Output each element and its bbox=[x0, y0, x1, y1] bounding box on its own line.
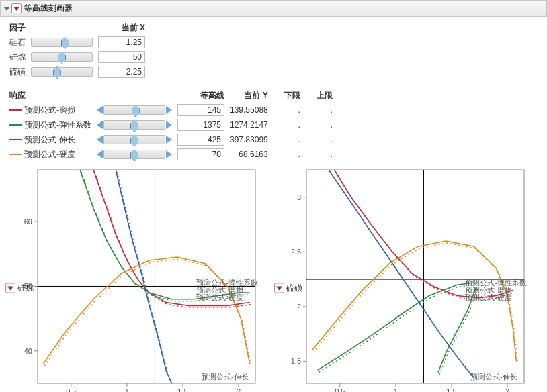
currenty-value: 397.83099 bbox=[227, 132, 271, 147]
currenty-value: 68.6163 bbox=[227, 147, 271, 162]
response-name: 预测公式-弹性系数 bbox=[7, 117, 94, 132]
svg-text:2: 2 bbox=[505, 387, 509, 392]
contour-value[interactable]: 425 bbox=[177, 134, 224, 146]
svg-text:0.5: 0.5 bbox=[66, 387, 76, 392]
svg-text:1: 1 bbox=[394, 387, 398, 392]
currenty-header: 当前 Y bbox=[227, 89, 271, 103]
contour-header: 等高线 bbox=[175, 89, 227, 103]
response-slider[interactable] bbox=[103, 150, 165, 159]
slider-dec-icon[interactable] bbox=[97, 121, 103, 129]
slider-dec-icon[interactable] bbox=[97, 106, 103, 114]
factor-value[interactable]: 1.25 bbox=[98, 36, 145, 48]
svg-text:1.5: 1.5 bbox=[291, 357, 301, 365]
color-swatch-icon bbox=[9, 124, 22, 126]
svg-text:预测公式-伸长: 预测公式-伸长 bbox=[470, 373, 517, 381]
factor-value[interactable]: 50 bbox=[98, 51, 145, 63]
svg-text:1.5: 1.5 bbox=[446, 387, 456, 392]
svg-text:1.5: 1.5 bbox=[177, 387, 187, 392]
response-header: 响应 bbox=[7, 89, 94, 103]
factor-slider[interactable] bbox=[31, 38, 93, 47]
color-swatch-icon bbox=[9, 139, 22, 140]
lo-header: 下限 bbox=[271, 89, 303, 103]
slider-dec-icon[interactable] bbox=[97, 150, 103, 158]
slider-inc-icon[interactable] bbox=[166, 150, 172, 158]
lo-value[interactable]: . bbox=[271, 132, 303, 147]
y-axis-label-1[interactable]: 硅烷 bbox=[5, 282, 34, 293]
color-swatch-icon bbox=[9, 154, 22, 155]
axis-menu-button[interactable] bbox=[5, 283, 15, 293]
responses-table: 响应 等高线 当前 Y 下限 上限 预测公式-磨损145139.55088..预… bbox=[7, 89, 335, 162]
lo-value[interactable]: . bbox=[271, 147, 303, 162]
svg-text:2: 2 bbox=[297, 303, 301, 311]
currenty-value: 139.55088 bbox=[227, 103, 271, 117]
panel-title: 等高线刻画器 bbox=[24, 3, 73, 14]
contour-value[interactable]: 145 bbox=[177, 104, 224, 116]
factor-value[interactable]: 2.25 bbox=[98, 66, 145, 78]
svg-text:2: 2 bbox=[237, 387, 241, 392]
panel-menu-button[interactable] bbox=[11, 3, 22, 13]
disclosure-triangle-icon[interactable] bbox=[3, 7, 10, 11]
contour-plot-1[interactable]: 0.511.52405060预测公式-弹性系数预测公式-磨损预测公式-硬度预测公… bbox=[7, 166, 262, 392]
factor-slider[interactable] bbox=[31, 67, 93, 77]
currenty-value: 1274.2147 bbox=[227, 117, 271, 132]
svg-marker-22 bbox=[7, 286, 13, 290]
currentx-header: 当前 X bbox=[95, 21, 148, 35]
slider-inc-icon[interactable] bbox=[166, 121, 172, 129]
svg-text:0.5: 0.5 bbox=[335, 387, 345, 392]
svg-rect-24 bbox=[306, 170, 524, 383]
svg-marker-47 bbox=[276, 286, 282, 290]
factors-header: 因子 bbox=[7, 21, 28, 35]
slider-dec-icon[interactable] bbox=[97, 136, 103, 144]
lo-value[interactable]: . bbox=[271, 117, 303, 132]
svg-text:预测公式-伸长: 预测公式-伸长 bbox=[202, 373, 249, 381]
slider-inc-icon[interactable] bbox=[166, 106, 172, 114]
hi-value[interactable]: . bbox=[303, 103, 335, 117]
hi-value[interactable]: . bbox=[303, 117, 335, 132]
contour-value[interactable]: 1375 bbox=[177, 119, 224, 131]
response-slider[interactable] bbox=[103, 135, 165, 144]
hi-value[interactable]: . bbox=[303, 147, 335, 162]
contour-plot-2[interactable]: 0.511.521.522.53预测公式-弹性系数预测公式-磨损预测公式-硬度预… bbox=[276, 166, 531, 392]
svg-text:预测公式-硬度: 预测公式-硬度 bbox=[196, 293, 243, 301]
y-axis-label-2[interactable]: 硫磺 bbox=[274, 282, 302, 293]
svg-text:2.5: 2.5 bbox=[291, 248, 301, 256]
svg-rect-1 bbox=[38, 170, 255, 383]
response-name: 预测公式-伸长 bbox=[7, 132, 94, 147]
svg-text:预测公式-硬度: 预测公式-硬度 bbox=[465, 293, 512, 301]
svg-text:1: 1 bbox=[125, 387, 129, 392]
hi-value[interactable]: . bbox=[303, 132, 335, 147]
svg-text:60: 60 bbox=[24, 217, 32, 226]
slider-inc-icon[interactable] bbox=[166, 136, 172, 144]
chevron-down-icon bbox=[13, 5, 19, 11]
factor-name: 硫磺 bbox=[7, 64, 28, 79]
response-name: 预测公式-硬度 bbox=[7, 147, 94, 162]
contour-value[interactable]: 70 bbox=[177, 148, 224, 160]
factor-slider[interactable] bbox=[31, 52, 93, 62]
factor-name: 硅石 bbox=[7, 35, 28, 50]
factor-name: 硅烷 bbox=[7, 50, 28, 64]
hi-header: 上限 bbox=[303, 89, 335, 103]
factors-table: 因子 当前 X 硅石1.25硅烷50硫磺2.25 bbox=[7, 21, 148, 79]
svg-marker-0 bbox=[13, 7, 19, 11]
color-swatch-icon bbox=[9, 109, 22, 111]
axis-menu-button[interactable] bbox=[274, 283, 284, 293]
panel-titlebar: 等高线刻画器 bbox=[0, 0, 547, 17]
response-slider[interactable] bbox=[103, 105, 165, 115]
svg-text:40: 40 bbox=[24, 347, 32, 355]
lo-value[interactable]: . bbox=[271, 103, 303, 117]
response-name: 预测公式-磨损 bbox=[7, 103, 94, 117]
response-slider[interactable] bbox=[103, 120, 165, 130]
svg-text:3: 3 bbox=[297, 193, 301, 201]
